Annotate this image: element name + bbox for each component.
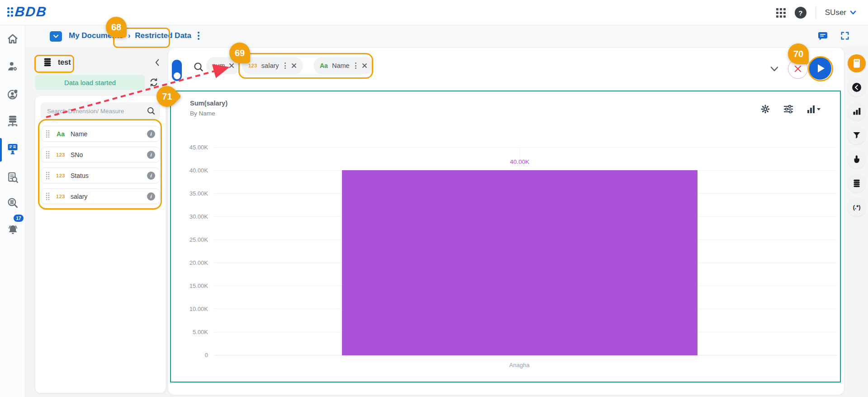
info-icon[interactable]: i (147, 192, 155, 201)
data-search-icon[interactable] (4, 194, 22, 212)
drag-handle-icon[interactable] (46, 192, 50, 201)
user-settings-icon[interactable] (4, 57, 22, 76)
regex-button[interactable]: (.*) (848, 198, 866, 216)
info-icon[interactable]: i (147, 151, 155, 159)
breadcrumb-parent[interactable]: My Documents (69, 31, 123, 40)
back-button[interactable] (848, 78, 866, 96)
expand-toolbar-chevron-icon[interactable] (768, 62, 781, 75)
collapse-panel-icon[interactable] (151, 56, 164, 69)
view-toggle[interactable] (172, 60, 182, 81)
data-load-status-banner: Data load started (35, 75, 145, 90)
bdb-logo[interactable]: BDB (7, 4, 47, 19)
app-header: BDB ? SUser (0, 0, 868, 25)
info-icon[interactable]: i (147, 172, 155, 180)
close-icon[interactable] (362, 63, 367, 68)
info-glyph: i (150, 173, 152, 178)
field-row-status[interactable]: 123 Status i (41, 167, 160, 183)
drag-handle-icon[interactable] (46, 151, 50, 159)
designer-icon-active[interactable] (4, 139, 22, 158)
field-row-salary[interactable]: 123 salary i (41, 188, 160, 204)
user-security-icon[interactable] (4, 85, 22, 103)
search-icon[interactable] (147, 106, 156, 115)
canvas-search-icon[interactable] (192, 60, 205, 74)
breadcrumb-current[interactable]: Restricted Data (135, 31, 191, 40)
chart-bar[interactable]: 40.00K (342, 170, 697, 355)
bar-chart-plot: 45.00K 40.00K 35.00K 30.00K 25.00K 20.00… (214, 147, 837, 355)
logo-dots-icon (7, 7, 13, 17)
help-icon[interactable]: ? (795, 7, 806, 19)
data-center-icon[interactable] (4, 112, 22, 130)
field-type-measure: 123 (54, 152, 67, 158)
chip-name[interactable]: Aa Name (313, 57, 374, 74)
info-icon[interactable]: i (147, 130, 155, 138)
breadcrumb-separator: › (128, 32, 130, 40)
info-glyph: i (150, 152, 152, 158)
y-axis-tick: 30.00K (190, 213, 208, 220)
apps-grid-icon[interactable] (776, 8, 786, 18)
comment-icon[interactable] (817, 31, 828, 41)
field-row-name[interactable]: Aa Name i (41, 126, 160, 142)
chip-label: salary (261, 62, 279, 69)
field-label: SNo (71, 151, 147, 158)
chip-label: sum (213, 62, 225, 69)
breadcrumb-bar: My Documents › Restricted Data (0, 25, 868, 47)
refresh-icon[interactable] (147, 76, 160, 89)
visualization-canvas: sum 123 salary Aa Name Sum(salary) By N (168, 48, 844, 395)
chart-toolbar (760, 104, 822, 114)
status-text: Data load started (64, 79, 116, 86)
chart-types-button[interactable] (848, 102, 866, 120)
fullscreen-icon[interactable] (840, 31, 850, 41)
drag-handle-icon[interactable] (46, 172, 50, 180)
interaction-button[interactable] (848, 150, 866, 168)
dashboard-card-button[interactable] (848, 54, 866, 72)
dataset-title[interactable]: test (43, 57, 71, 67)
logo-text: BDB (14, 4, 48, 19)
hand-pointer-icon (852, 154, 861, 164)
breadcrumb-kebab-icon[interactable] (196, 31, 201, 41)
chart-container: Sum(salary) By Name 45.00K 40.00K 35.00K (170, 91, 841, 383)
bar-value-label: 40.00K (510, 158, 530, 165)
notifications-bell-icon[interactable] (4, 221, 22, 239)
field-type-measure: 123 (54, 173, 67, 178)
dataset-button[interactable] (848, 174, 866, 192)
x-axis-category-label: Anagha (509, 362, 530, 368)
chart-subtitle: By Name (190, 110, 215, 117)
help-glyph: ? (798, 9, 802, 17)
funnel-icon (852, 131, 861, 140)
breadcrumb: My Documents › Restricted Data (69, 31, 201, 41)
data-audit-icon[interactable] (4, 168, 22, 187)
y-axis-tick: 35.00K (190, 190, 208, 197)
home-icon[interactable] (4, 30, 22, 48)
chart-title: Sum(salary) (190, 100, 228, 107)
close-icon[interactable] (291, 63, 297, 68)
field-row-sno[interactable]: 123 SNo i (41, 147, 160, 163)
database-icon (852, 179, 861, 188)
search-input[interactable] (47, 108, 147, 115)
run-play-button[interactable] (809, 57, 831, 80)
database-icon (43, 57, 52, 67)
right-tool-rail: (.*) (845, 45, 868, 397)
field-type-measure: 123 (54, 194, 67, 199)
clear-canvas-button[interactable] (788, 59, 808, 79)
close-icon (794, 65, 802, 73)
info-glyph: i (150, 131, 152, 137)
bar-chart-icon (852, 107, 861, 116)
aggregate-chip-sum[interactable]: sum (206, 57, 241, 74)
close-icon[interactable] (229, 63, 234, 68)
y-axis-tick: 25.00K (190, 236, 208, 243)
chart-settings-gear-icon[interactable] (760, 104, 770, 114)
play-icon (818, 64, 825, 72)
drag-handle-icon[interactable] (46, 130, 50, 138)
dimension-measure-panel: Aa Name i 123 SNo i 123 Status i 123 sal… (35, 96, 166, 393)
field-label: Status (71, 172, 147, 179)
canvas-header-actions (817, 31, 850, 41)
folder-dropdown-icon[interactable] (50, 31, 62, 42)
header-divider (816, 6, 816, 19)
chart-filter-sliders-icon[interactable] (783, 104, 794, 114)
chart-type-dropdown-icon[interactable] (806, 104, 822, 114)
chip-kebab-icon[interactable] (283, 62, 287, 70)
filter-button[interactable] (848, 126, 866, 144)
user-menu[interactable]: SUser (825, 8, 856, 17)
chip-kebab-icon[interactable] (354, 62, 358, 70)
chip-salary[interactable]: 123 salary (242, 57, 303, 74)
